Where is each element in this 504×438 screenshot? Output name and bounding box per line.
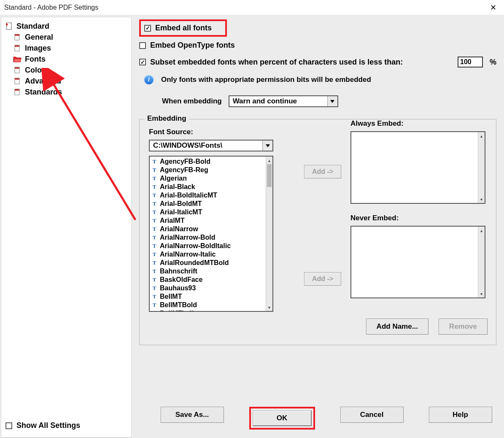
- font-name: Bahnschrift: [160, 267, 197, 276]
- font-list-item[interactable]: TAgencyFB-Reg: [150, 166, 266, 174]
- font-list-item[interactable]: TArial-ItalicMT: [150, 208, 266, 216]
- chevron-down-icon[interactable]: [262, 141, 272, 151]
- embed-all-highlight: Embed all fonts: [139, 19, 227, 37]
- embed-all-label: Embed all fonts: [155, 24, 212, 32]
- font-list-item[interactable]: TAlgerian: [150, 174, 266, 183]
- font-list-item[interactable]: TBellMTItalic: [150, 309, 266, 311]
- window-body: Standard GeneralImagesFontsColorAdvanced…: [0, 15, 504, 438]
- tree-item-standards[interactable]: Standards: [4, 87, 129, 97]
- add-name-button[interactable]: Add Name...: [366, 319, 429, 335]
- truetype-icon: T: [151, 166, 157, 174]
- tree-item-general[interactable]: General: [4, 32, 129, 43]
- tree-item-label: Color: [25, 65, 45, 75]
- ok-button[interactable]: OK: [253, 410, 312, 426]
- font-name: ArialNarrow-Italic: [160, 250, 216, 259]
- font-name: ArialRoundedMTBold: [160, 259, 229, 267]
- font-list-item[interactable]: TArialNarrow-Bold: [150, 233, 266, 242]
- page-icon: [13, 88, 22, 96]
- save-as-button[interactable]: Save As...: [161, 407, 224, 423]
- tree-root-standard[interactable]: Standard: [4, 21, 129, 32]
- subset-checkbox[interactable]: [139, 59, 146, 65]
- tree-item-label: Images: [25, 43, 51, 53]
- scrollbar[interactable]: ▴ ▾: [478, 227, 485, 297]
- show-all-settings[interactable]: Show All Settings: [5, 421, 80, 430]
- font-name: ArialNarrow: [160, 225, 198, 233]
- font-list-item[interactable]: TBahnschrift: [150, 267, 266, 276]
- subset-percent-input[interactable]: [458, 57, 483, 68]
- scroll-up-icon[interactable]: ▴: [266, 157, 272, 164]
- dialog-buttons: Save As... OK Cancel Help: [132, 407, 504, 430]
- truetype-icon: T: [151, 208, 157, 216]
- scroll-up-icon[interactable]: ▴: [478, 227, 485, 234]
- scrollbar[interactable]: ▴ ▾: [478, 132, 485, 203]
- cancel-button[interactable]: Cancel: [340, 407, 404, 423]
- show-all-label: Show All Settings: [16, 421, 80, 430]
- truetype-icon: T: [151, 276, 157, 284]
- font-list-item[interactable]: TArialRoundedMTBold: [150, 259, 266, 267]
- page-icon: [13, 66, 22, 74]
- always-embed-label: Always Embed:: [350, 119, 488, 128]
- scrollbar[interactable]: ▴ ▾: [266, 157, 272, 311]
- truetype-icon: T: [151, 174, 157, 183]
- chevron-down-icon[interactable]: [327, 96, 337, 106]
- add-to-always-button[interactable]: Add ->: [304, 165, 341, 178]
- scroll-up-icon[interactable]: ▴: [478, 132, 485, 140]
- info-text: Only fonts with appropriate permission b…: [161, 76, 371, 84]
- embed-opentype-checkbox[interactable]: [139, 42, 146, 49]
- tree-item-advanced[interactable]: Advanced: [4, 76, 129, 87]
- svg-rect-3: [15, 34, 19, 36]
- font-list-item[interactable]: TArialNarrow: [150, 225, 266, 233]
- remove-button[interactable]: Remove: [439, 319, 488, 335]
- font-source-label: Font Source:: [149, 128, 296, 136]
- add-to-never-button[interactable]: Add ->: [304, 272, 341, 286]
- font-list-item[interactable]: TBauhaus93: [150, 284, 266, 292]
- svg-rect-9: [15, 78, 19, 80]
- font-name: Algerian: [160, 174, 187, 183]
- scroll-down-icon[interactable]: ▾: [478, 290, 485, 297]
- font-list-item[interactable]: TAgencyFB-Bold: [150, 157, 266, 166]
- font-name: Arial-BoldItalicMT: [160, 191, 217, 200]
- page-icon: [13, 44, 22, 52]
- never-embed-list[interactable]: ▴ ▾: [350, 226, 485, 298]
- font-name: ArialMT: [160, 216, 185, 225]
- ok-highlight: OK: [249, 407, 315, 430]
- font-name: AgencyFB-Reg: [160, 166, 208, 174]
- always-embed-list[interactable]: ▴ ▾: [350, 131, 485, 204]
- tree-item-label: General: [25, 32, 53, 42]
- font-list-item[interactable]: TArialMT: [150, 216, 266, 225]
- font-list-item[interactable]: TBellMTBold: [150, 301, 266, 309]
- embed-all-checkbox[interactable]: [144, 25, 151, 32]
- tree-item-fonts[interactable]: Fonts: [4, 54, 129, 65]
- font-list-item[interactable]: TArialNarrow-BoldItalic: [150, 242, 266, 250]
- font-list-item[interactable]: TBellMT: [150, 292, 266, 301]
- scroll-down-icon[interactable]: ▾: [266, 303, 272, 311]
- tree-item-images[interactable]: Images: [4, 43, 129, 54]
- font-name: Arial-ItalicMT: [160, 208, 202, 216]
- help-button[interactable]: Help: [429, 407, 492, 423]
- show-all-checkbox[interactable]: [5, 422, 12, 429]
- pdf-icon: [5, 22, 13, 30]
- font-list-item[interactable]: TArial-Black: [150, 183, 266, 191]
- truetype-icon: T: [151, 259, 157, 267]
- font-list-item[interactable]: TArial-BoldMT: [150, 200, 266, 208]
- info-icon: i: [144, 75, 154, 84]
- font-source-combo[interactable]: C:\WINDOWS\Fonts\: [149, 140, 273, 151]
- font-list[interactable]: TAgencyFB-BoldTAgencyFB-RegTAlgerianTAri…: [149, 156, 273, 312]
- truetype-icon: T: [151, 225, 157, 233]
- close-icon[interactable]: ✕: [487, 2, 500, 13]
- font-list-item[interactable]: TArialNarrow-Italic: [150, 250, 266, 259]
- when-embedding-combo[interactable]: Warn and continue: [229, 95, 338, 107]
- svg-rect-5: [15, 45, 19, 47]
- page-icon: [13, 77, 22, 85]
- font-name: Bauhaus93: [160, 284, 196, 292]
- truetype-icon: T: [151, 157, 157, 166]
- never-embed-label: Never Embed:: [350, 214, 488, 222]
- scroll-thumb[interactable]: [267, 164, 272, 187]
- embedding-fieldset: Embedding Font Source: C:\WINDOWS\Fonts\…: [139, 119, 496, 345]
- truetype-icon: T: [151, 200, 157, 208]
- truetype-icon: T: [151, 309, 157, 311]
- font-list-item[interactable]: TBaskOldFace: [150, 276, 266, 284]
- scroll-down-icon[interactable]: ▾: [478, 195, 485, 203]
- tree-item-color[interactable]: Color: [4, 65, 129, 76]
- font-list-item[interactable]: TArial-BoldItalicMT: [150, 191, 266, 200]
